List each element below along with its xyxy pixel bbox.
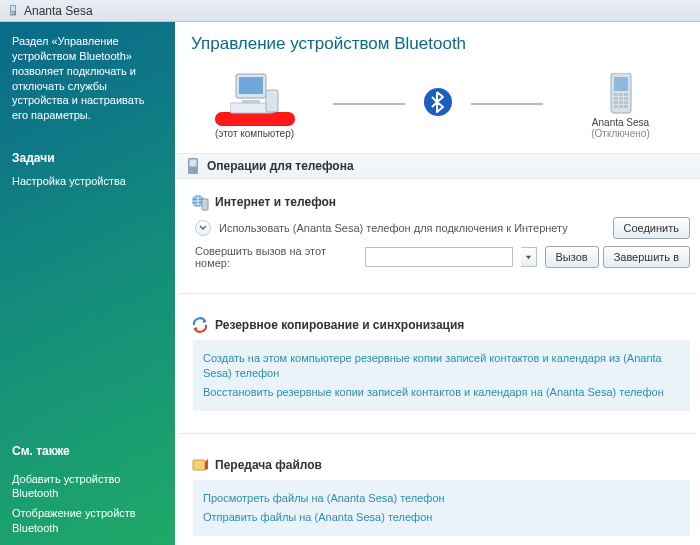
- svg-rect-21: [619, 101, 623, 104]
- see-also-add-device[interactable]: Добавить устройство Bluetooth: [12, 472, 163, 501]
- tasks-title: Задачи: [12, 151, 163, 165]
- computer-label: (этот компьютер): [195, 128, 315, 139]
- svg-rect-24: [619, 105, 623, 108]
- svg-rect-23: [614, 105, 618, 108]
- topology-line: [471, 103, 543, 105]
- files-send-link[interactable]: Отправить файлы на (Ananta Sesa) телефон: [203, 510, 680, 525]
- sync-icon: [191, 316, 209, 334]
- backup-create-link[interactable]: Создать на этом компьютере резервные коп…: [203, 351, 680, 382]
- bluetooth-icon: [423, 87, 453, 121]
- group-internet-header: Интернет и телефон: [191, 193, 690, 211]
- svg-rect-29: [202, 199, 208, 210]
- svg-rect-13: [614, 77, 628, 91]
- window-title: Ananta Sesa: [24, 4, 93, 18]
- topology: (этот компьютер) Ananta: [175, 64, 700, 139]
- chevron-down-icon[interactable]: [195, 220, 211, 236]
- ops-header-label: Операции для телефона: [207, 159, 354, 173]
- main-panel: Управление устройством Bluetooth (этот к…: [175, 22, 700, 545]
- files-browse-link[interactable]: Просмотреть файлы на (Ananta Sesa) телеф…: [203, 491, 680, 506]
- files-icon: [191, 456, 209, 474]
- dial-label: Совершить вызов на этот номер:: [195, 245, 357, 269]
- sidebar: Раздел «Управление устройством Bluetooth…: [0, 22, 175, 545]
- topology-computer: (этот компьютер): [195, 68, 315, 139]
- svg-rect-10: [266, 90, 278, 112]
- group-files-header: Передача файлов: [191, 456, 690, 474]
- svg-rect-5: [13, 13, 15, 14]
- ops-header: Операции для телефона: [175, 153, 700, 179]
- computer-icon: [195, 68, 315, 114]
- globe-phone-icon: [191, 193, 209, 211]
- svg-rect-22: [624, 101, 628, 104]
- group-files: Передача файлов Просмотреть файлы на (An…: [175, 442, 700, 545]
- device-phone-icon: [561, 69, 681, 115]
- svg-rect-27: [190, 160, 197, 167]
- connect-button[interactable]: Соединить: [613, 217, 691, 239]
- group-internet: Интернет и телефон Использовать (Ananta …: [175, 179, 700, 285]
- group-backup-header: Резервное копирование и синхронизация: [191, 316, 690, 334]
- files-links: Просмотреть файлы на (Ananta Sesa) телеф…: [193, 480, 690, 536]
- titlebar: Ananta Sesa: [0, 0, 700, 22]
- dropdown-arrow-icon[interactable]: [521, 247, 536, 267]
- see-also-title: См. также: [12, 444, 163, 458]
- svg-rect-18: [619, 97, 623, 100]
- group-backup: Резервное копирование и синхронизация Со…: [175, 302, 700, 425]
- group-backup-title: Резервное копирование и синхронизация: [215, 318, 464, 332]
- svg-rect-17: [614, 97, 618, 100]
- svg-rect-25: [624, 105, 628, 108]
- topology-line: [333, 103, 405, 105]
- svg-rect-2: [11, 11, 13, 12]
- device-name: Ananta Sesa: [561, 117, 681, 128]
- call-button[interactable]: Вызов: [545, 246, 599, 268]
- dial-number-input[interactable]: [365, 247, 513, 267]
- group-internet-title: Интернет и телефон: [215, 195, 336, 209]
- svg-rect-19: [624, 97, 628, 100]
- task-configure-device[interactable]: Настройка устройства: [12, 175, 163, 187]
- svg-rect-14: [614, 93, 618, 96]
- svg-rect-15: [619, 93, 623, 96]
- svg-rect-20: [614, 101, 618, 104]
- use-phone-text: Использовать (Ananta Sesa) телефон для п…: [219, 222, 568, 234]
- end-call-button[interactable]: Завершить в: [603, 246, 690, 268]
- svg-rect-1: [11, 5, 16, 10]
- see-also-show-devices[interactable]: Отображение устройств Bluetooth: [12, 506, 163, 535]
- group-files-title: Передача файлов: [215, 458, 322, 472]
- redacted-name: [215, 112, 295, 126]
- svg-rect-3: [13, 11, 15, 12]
- device-status: (Отключено): [561, 128, 681, 139]
- svg-rect-30: [193, 460, 205, 470]
- backup-restore-link[interactable]: Восстановить резервные копии записей кон…: [203, 385, 680, 400]
- sidebar-intro: Раздел «Управление устройством Bluetooth…: [12, 34, 163, 123]
- backup-links: Создать на этом компьютере резервные коп…: [193, 340, 690, 411]
- svg-rect-4: [11, 13, 13, 14]
- page-title: Управление устройством Bluetooth: [175, 22, 700, 64]
- topology-device: Ananta Sesa (Отключено): [561, 69, 681, 139]
- svg-rect-7: [239, 77, 263, 94]
- svg-rect-16: [624, 93, 628, 96]
- phone-ops-icon: [185, 158, 201, 174]
- phone-icon: [6, 4, 20, 18]
